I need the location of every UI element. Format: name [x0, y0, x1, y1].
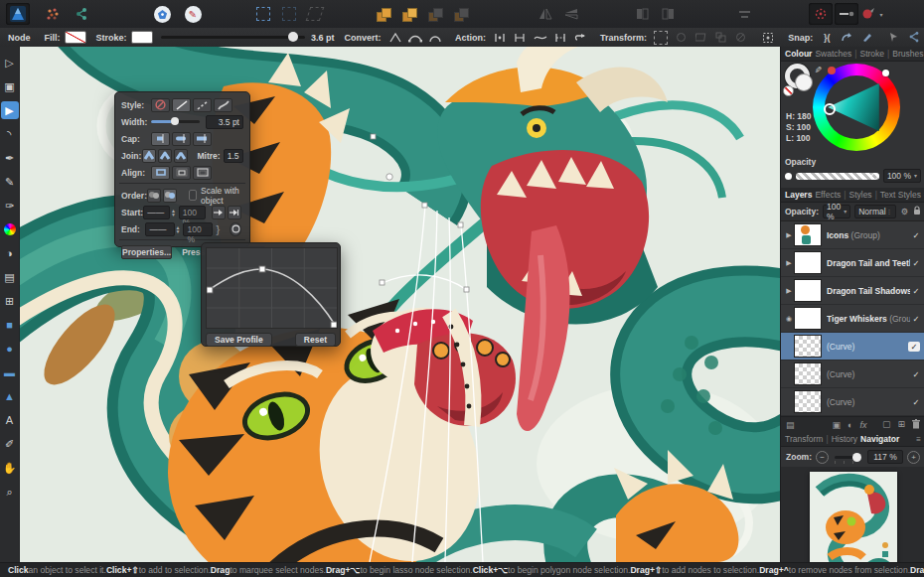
- tab-text-styles[interactable]: Text Styles: [880, 190, 921, 200]
- snap-pen-button[interactable]: [858, 31, 876, 45]
- align-outside-button[interactable]: [193, 166, 212, 180]
- tab-colour[interactable]: Colour: [785, 49, 812, 59]
- layer-visibility-stack-icon[interactable]: ▤: [786, 420, 795, 430]
- mask-layer-icon[interactable]: ▣: [833, 420, 842, 430]
- layer-thumbnail[interactable]: [794, 307, 822, 330]
- snap-cursor-button[interactable]: [885, 31, 903, 45]
- stroke-width-slider[interactable]: [161, 36, 305, 39]
- layer-thumbnail[interactable]: [794, 251, 822, 274]
- join-bevel-button[interactable]: [174, 149, 188, 163]
- crop-tool[interactable]: ⊞: [1, 292, 19, 310]
- text-tool[interactable]: A: [1, 411, 19, 429]
- gear-icon[interactable]: ⚙: [901, 207, 909, 216]
- node-tool[interactable]: ▶: [1, 101, 19, 119]
- app-logo[interactable]: [6, 3, 30, 25]
- opacity-slider[interactable]: [796, 173, 879, 180]
- flip-vertical-button[interactable]: [559, 3, 583, 25]
- triangle-tool[interactable]: ▲: [1, 387, 19, 405]
- fill-gradient-tool[interactable]: ◑: [1, 244, 19, 262]
- join-miter-button[interactable]: [142, 149, 156, 163]
- fill-colour-dot[interactable]: [795, 73, 813, 91]
- deselect-button[interactable]: [277, 3, 301, 25]
- transform-scale-button[interactable]: [712, 31, 730, 45]
- canvas[interactable]: Style: Width: 3.5 pt Cap: Join:: [20, 47, 780, 562]
- transform-mode-button[interactable]: [303, 3, 327, 25]
- move-forward-button[interactable]: [397, 3, 421, 25]
- pixel-alignment-button[interactable]: [835, 3, 858, 25]
- move-to-back-button[interactable]: [449, 3, 473, 25]
- zoom-value[interactable]: 117 %: [867, 450, 903, 464]
- expand-icon[interactable]: ▶: [784, 287, 794, 295]
- tab-effects[interactable]: Effects: [815, 190, 841, 200]
- action-reverse-curves-button[interactable]: [571, 31, 589, 45]
- move-to-front-button[interactable]: [372, 3, 395, 25]
- start-stepper[interactable]: ▲▼: [171, 209, 176, 216]
- layer-row-curve-6[interactable]: (Curve)✓: [781, 388, 924, 416]
- colour-picker-tool[interactable]: [1, 220, 19, 238]
- scale-with-object-checkbox[interactable]: [189, 190, 197, 201]
- order-front-button[interactable]: [163, 189, 177, 203]
- layer-visibility-checkbox[interactable]: ✓: [910, 397, 922, 407]
- tab-layers[interactable]: Layers: [785, 190, 812, 200]
- layer-row-dragon-tail-and-teeth-shine[interactable]: ▶Dragon Tail and Teeth Shine (Group)✓: [781, 249, 924, 277]
- group-layers-icon[interactable]: ⊞: [897, 419, 905, 431]
- tab-navigator[interactable]: Navigator: [860, 434, 899, 444]
- preview-mode-button[interactable]: ▾: [860, 3, 884, 25]
- transform-origin-button[interactable]: [759, 31, 777, 45]
- tab-swatches[interactable]: Swatches: [815, 49, 851, 59]
- zoom-out-button[interactable]: −: [816, 451, 829, 464]
- layer-row-tiger-whiskers[interactable]: ◉Tiger Whiskers (Group)✓: [781, 305, 924, 333]
- cap-butt-button[interactable]: [151, 132, 170, 146]
- action-close-curve-button[interactable]: [511, 31, 529, 45]
- eyedropper-icon[interactable]: ✎: [813, 66, 823, 73]
- corner-tool[interactable]: ◝: [1, 125, 19, 143]
- flip-horizontal-button[interactable]: [534, 3, 557, 25]
- end-scale-dropdown[interactable]: 100 %: [183, 222, 212, 236]
- adjustment-layer-icon[interactable]: ◐: [847, 420, 852, 430]
- opacity-min-knob[interactable]: [785, 173, 792, 180]
- snap-curves-button[interactable]: }(: [818, 31, 836, 45]
- layer-visibility-checkbox[interactable]: ✓: [910, 314, 922, 324]
- layer-row-curve-5[interactable]: (Curve)✓: [781, 361, 924, 388]
- layer-visibility-checkbox[interactable]: ✓: [908, 342, 920, 352]
- ellipse-tool[interactable]: ●: [1, 340, 19, 358]
- cap-round-button[interactable]: [172, 132, 191, 146]
- pixel-persona-button[interactable]: [41, 3, 65, 25]
- convert-arc-button[interactable]: [426, 31, 444, 45]
- tab-stroke[interactable]: Stroke: [859, 49, 884, 59]
- layer-thumbnail[interactable]: [794, 362, 822, 385]
- layer-row-dragon-tail-shadows[interactable]: ▶Dragon Tail Shadows (Group)✓: [781, 277, 924, 305]
- convert-sharp-button[interactable]: [386, 31, 404, 45]
- transform-bounds-button[interactable]: [652, 31, 670, 45]
- snap-construction-button[interactable]: [905, 31, 923, 45]
- zoom-slider[interactable]: [835, 456, 861, 459]
- layer-thumbnail[interactable]: [794, 223, 822, 246]
- style-solid-button[interactable]: [172, 98, 191, 112]
- start-style-dropdown[interactable]: ——: [143, 206, 170, 219]
- picked-colour-swatch[interactable]: [828, 67, 836, 74]
- lock-icon[interactable]: [913, 206, 921, 217]
- convert-smooth-button[interactable]: [406, 31, 424, 45]
- blend-mode-dropdown[interactable]: Normal⋮: [854, 205, 895, 218]
- artboard-tool[interactable]: ▣: [1, 77, 19, 95]
- cap-square-button[interactable]: [193, 132, 212, 146]
- layer-row-curve-4[interactable]: (Curve)✓: [781, 333, 924, 361]
- hue-marker[interactable]: [882, 70, 889, 76]
- select-all-button[interactable]: [251, 3, 275, 25]
- save-profile-button[interactable]: Save Profile: [206, 333, 272, 347]
- reset-ends-button[interactable]: [230, 222, 241, 236]
- tab-brushes[interactable]: Brushes: [892, 49, 923, 59]
- style-brush-button[interactable]: [214, 98, 232, 112]
- book-left-button[interactable]: [630, 3, 654, 25]
- layer-thumbnail[interactable]: [794, 390, 822, 413]
- tab-transform[interactable]: Transform: [785, 434, 823, 444]
- move-backward-button[interactable]: [423, 3, 447, 25]
- book-right-button[interactable]: [656, 3, 680, 25]
- pen-tool[interactable]: ✒: [1, 149, 19, 167]
- rectangle-tool[interactable]: ■: [1, 316, 19, 334]
- order-behind-button[interactable]: [147, 189, 161, 203]
- snap-rotate-button[interactable]: [838, 31, 855, 45]
- expand-icon[interactable]: ▶: [784, 259, 794, 267]
- action-join-curves-button[interactable]: [551, 31, 569, 45]
- properties-button[interactable]: Properties...: [121, 245, 172, 259]
